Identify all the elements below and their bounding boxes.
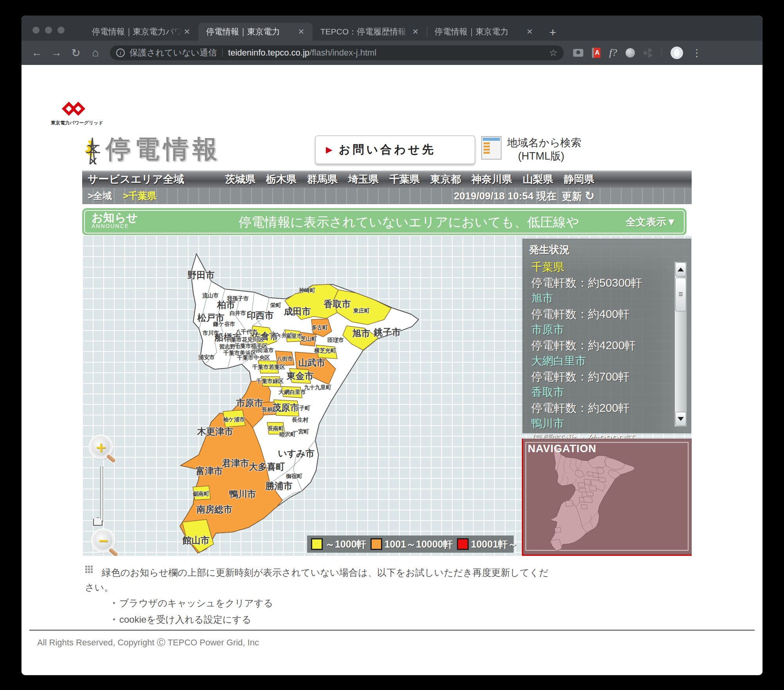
prefecture-link-群馬県[interactable]: 群馬県 [307,172,338,186]
map-label-いすみ市[interactable]: いすみ市 [278,447,315,460]
zoom-out-button[interactable]: − [92,530,114,552]
tab-close-icon[interactable]: ✕ [296,27,306,36]
map-label-九十九里町[interactable]: 九十九里町 [304,384,331,391]
browser-tab-2[interactable]: 停電情報｜東京電力✕ [198,23,313,41]
map-label-南房総市[interactable]: 南房総市 [196,503,232,516]
browser-tab-1[interactable]: 停電情報｜東京電力パワー✕ [84,23,198,41]
status-area-name[interactable]: 鴨川市 [531,416,667,431]
service-area-all-link[interactable]: サービスエリア全域 [88,172,184,186]
map-label-鋸南町[interactable]: 鋸南町 [193,491,209,498]
map-label-横芝光町[interactable]: 横芝光町 [314,347,336,354]
minimize-window-button[interactable] [45,27,52,34]
map-label-千葉市若葉区[interactable]: 千葉市若葉区 [252,364,285,371]
map-label-流山市[interactable]: 流山市 [202,292,219,299]
home-icon[interactable]: ⌂ [86,47,105,59]
prefecture-link-山梨県[interactable]: 山梨県 [523,172,553,186]
prefecture-link-東京都[interactable]: 東京都 [430,172,461,186]
map-label-八街市[interactable]: 八街市 [277,356,293,363]
close-window-button[interactable] [32,27,40,34]
map-label-富津市[interactable]: 富津市 [196,465,223,477]
map-label-大網白里市[interactable]: 大網白里市 [279,389,306,396]
new-tab-button[interactable]: + [545,25,561,41]
map-label-白子町[interactable]: 白子町 [294,405,310,412]
profile-avatar[interactable] [671,47,683,59]
map-label-多古町[interactable]: 多古町 [311,324,328,331]
screenshot-extension-icon[interactable] [573,49,583,57]
reload-icon[interactable]: ↻ [66,47,86,59]
map-label-大多喜町[interactable]: 大多喜町 [249,461,285,473]
zoom-in-button[interactable]: ＋ [90,436,112,458]
map-label-成田市[interactable]: 成田市 [284,305,311,318]
map-label-御宿町[interactable]: 御宿町 [286,473,302,480]
browser-tab-3[interactable]: TEPCO：停電履歴情報✕ [313,23,427,41]
map-label-勝浦市[interactable]: 勝浦市 [266,480,293,492]
tepco-logo[interactable]: 東京電力パワーグリッド [51,101,98,126]
tab-close-icon[interactable]: ✕ [410,27,421,36]
html-version-link[interactable]: 地域名から検索 (HTML版) [481,136,581,163]
browser-tab-4[interactable]: 停電情報｜東京電力✕ [427,23,541,41]
scrollbar-thumb[interactable] [675,278,686,311]
map-label-長生村[interactable]: 長生村 [292,417,308,424]
site-info-icon[interactable]: i [116,49,125,57]
status-area-name[interactable]: 香取市 [531,385,667,400]
show-full-text-button[interactable]: 全文表示▼ [626,215,676,229]
map-label-千葉市緑区[interactable]: 千葉市緑区 [256,378,284,385]
navigation-mini-map[interactable] [547,443,638,553]
zoom-slider-track[interactable] [100,466,103,522]
contact-button[interactable]: ▶ お問い合わせ先 [315,135,475,164]
breadcrumb-current[interactable]: >千葉県 [123,190,156,202]
map-label-東金市[interactable]: 東金市 [287,370,314,382]
browser-menu-icon[interactable]: ⋮ [692,47,702,59]
address-bar[interactable]: i 保護されていない通信 teideninfo.tepco.co.jp /fla… [110,45,564,60]
status-scrollbar[interactable] [674,262,687,427]
map-label-君津市[interactable]: 君津市 [222,457,249,469]
scroll-down-button[interactable] [675,412,686,426]
outage-map[interactable]: 野田市流山市我孫子市柏市白井市印西市栄町神崎町成田市香取市東庄町旭市銚子市松戸市… [82,235,692,556]
navigation-panel[interactable]: NAVIGATION [522,438,692,556]
map-label-印西市[interactable]: 印西市 [247,309,274,322]
map-label-浦安市[interactable]: 浦安市 [198,354,215,361]
map-label-旭市[interactable]: 旭市 [352,327,370,340]
map-label-東庄町[interactable]: 東庄町 [353,307,370,314]
prefecture-link-千葉県[interactable]: 千葉県 [389,172,420,186]
globe-extension-icon[interactable] [626,48,635,58]
prefecture-link-埼玉県[interactable]: 埼玉県 [348,172,379,186]
map-label-袖ケ浦市[interactable]: 袖ケ浦市 [223,416,245,423]
map-label-芝山町[interactable]: 芝山町 [300,336,317,343]
dictionary-extension-icon[interactable]: A [592,48,601,58]
map-label-千葉市中央区[interactable]: 千葉市中央区 [237,354,270,361]
security-status[interactable]: 保護されていない通信 [129,47,217,59]
map-label-鴨川市[interactable]: 鴨川市 [229,488,256,500]
prefecture-link-栃木県[interactable]: 栃木県 [266,172,297,186]
map-label-野田市[interactable]: 野田市 [188,269,215,281]
map-label-睦沢町[interactable]: 睦沢町 [279,431,296,438]
map-label-白井市[interactable]: 白井市 [230,310,246,317]
map-label-神崎町[interactable]: 神崎町 [299,287,315,294]
font-extension-icon[interactable]: f? [609,47,617,59]
scroll-up-button[interactable] [675,262,686,277]
forward-icon[interactable]: → [47,47,66,59]
zoom-window-button[interactable] [58,27,65,34]
breadcrumb-all[interactable]: >全域 [88,190,112,202]
refresh-button[interactable]: 更新 ↻ [562,189,595,203]
status-area-name[interactable]: 大網白里市 [531,353,667,369]
status-area-name[interactable]: 千葉県 [531,259,667,275]
map-label-木更津市[interactable]: 木更津市 [197,426,233,438]
status-area-name[interactable]: 市原市 [531,322,667,338]
prefecture-link-茨城県[interactable]: 茨城県 [225,172,255,186]
map-label-柏市[interactable]: 柏市 [217,299,235,311]
map-label-栄町[interactable]: 栄町 [270,302,281,309]
map-label-千葉市稲毛区[interactable]: 千葉市稲毛区 [235,343,268,350]
map-label-鎌ケ谷市[interactable]: 鎌ケ谷市 [213,321,235,328]
tab-close-icon[interactable]: ✕ [525,27,535,36]
back-icon[interactable]: ← [27,47,47,59]
status-area-name[interactable]: 旭市 [531,291,667,306]
map-label-山武市[interactable]: 山武市 [298,357,325,369]
prefecture-link-静岡県[interactable]: 静岡県 [564,172,594,186]
map-label-市原市[interactable]: 市原市 [236,397,263,409]
map-label-匝瑳市[interactable]: 匝瑳市 [327,337,344,344]
map-label-館山市[interactable]: 館山市 [183,534,210,546]
bookmark-star-icon[interactable]: ☆ [549,47,557,58]
map-label-富里市[interactable]: 富里市 [286,333,302,340]
map-label-香取市[interactable]: 香取市 [324,298,351,310]
